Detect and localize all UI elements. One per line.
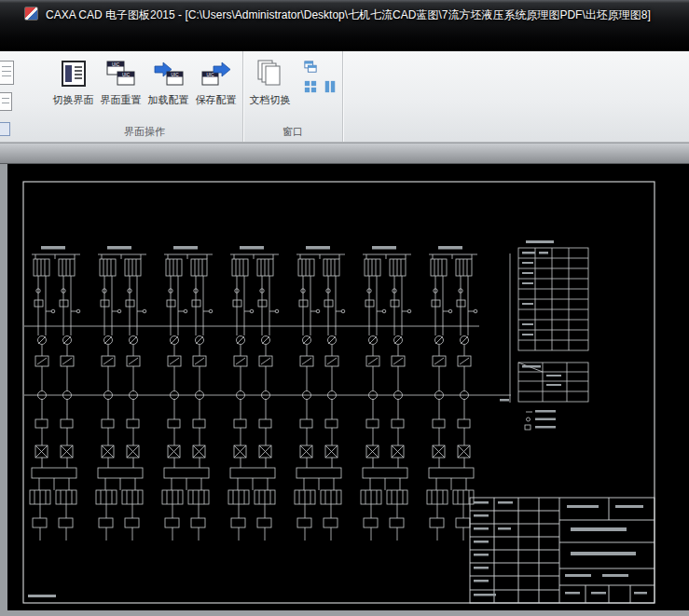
drawing-canvas[interactable] <box>7 164 689 610</box>
svg-text:UIC: UIC <box>112 62 120 67</box>
load-config-label: 加载配置 <box>148 93 189 107</box>
load-config-button[interactable]: UIC 加载配置 <box>145 56 192 108</box>
tile-grid-icon <box>304 80 317 93</box>
tile-vertical-button[interactable] <box>321 77 339 96</box>
legend <box>525 412 532 430</box>
switch-ui-icon <box>58 58 90 89</box>
save-config-label: 保存配置 <box>196 93 237 107</box>
spacer <box>321 58 339 76</box>
cascade-windows-icon <box>304 61 317 74</box>
switch-ui-label: 切换界面 <box>53 93 94 107</box>
status-bar <box>0 610 689 616</box>
document-switch-button[interactable]: 文档切换 <box>246 56 294 108</box>
reset-ui-button[interactable]: UIC UIC 界面重置 <box>97 56 145 108</box>
fine-print <box>28 240 647 597</box>
partial-toolbar-icon[interactable] <box>0 92 12 111</box>
tile-grid-button[interactable] <box>301 77 320 96</box>
save-config-button[interactable]: UIC 保存配置 <box>192 56 240 108</box>
titlebar: CAXA CAD 电子图板2015 - [C:\Users\Administra… <box>0 0 689 51</box>
group-label-interface: 界面操作 <box>49 121 240 142</box>
ribbon-canvas-divider <box>0 144 689 164</box>
window-arrange-icons <box>301 58 339 96</box>
tile-vertical-icon <box>324 80 337 93</box>
group-label-window: 窗口 <box>246 121 339 142</box>
switch-ui-button[interactable]: 切换界面 <box>49 56 97 108</box>
reset-ui-icon: UIC UIC <box>105 58 137 89</box>
app-icon[interactable] <box>24 7 38 21</box>
ribbon-group-interface: 切换界面 UIC UIC 界面重置 UIC <box>47 51 243 142</box>
ribbon-group-window: 文档切换 <box>243 51 343 142</box>
document-switch-icon <box>255 58 286 89</box>
title-block <box>470 498 655 603</box>
svg-text:UIC: UIC <box>171 73 179 77</box>
ribbon: 切换界面 UIC UIC 界面重置 UIC <box>0 51 689 143</box>
partial-toolbar-icon[interactable] <box>0 61 14 85</box>
reset-ui-label: 界面重置 <box>101 93 142 107</box>
spec-table <box>518 363 588 402</box>
document-switch-label: 文档切换 <box>250 93 291 107</box>
save-config-icon: UIC <box>200 58 232 89</box>
partial-toolbar-icon[interactable] <box>0 122 10 136</box>
circuit-columns <box>30 246 477 541</box>
schematic-drawing <box>7 164 689 610</box>
load-config-icon: UIC <box>153 58 185 89</box>
cascade-windows-button[interactable] <box>301 58 320 76</box>
window-title: CAXA CAD 电子图板2015 - [C:\Users\Administra… <box>46 7 651 23</box>
svg-text:UIC: UIC <box>122 73 131 77</box>
